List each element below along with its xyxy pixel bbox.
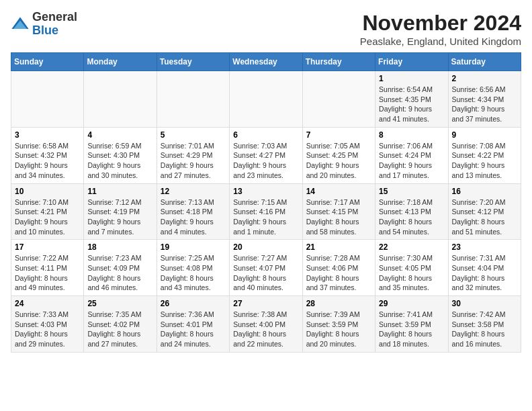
day-info: Sunrise: 7:23 AM Sunset: 4:09 PM Dayligh… (87, 253, 152, 293)
day-number: 28 (306, 299, 371, 308)
calendar-cell: 7Sunrise: 7:05 AM Sunset: 4:25 PM Daylig… (302, 127, 375, 183)
day-info: Sunrise: 7:27 AM Sunset: 4:07 PM Dayligh… (233, 253, 298, 293)
calendar-cell: 6Sunrise: 7:03 AM Sunset: 4:27 PM Daylig… (230, 127, 302, 183)
day-number: 7 (306, 130, 371, 140)
calendar-week-4: 17Sunrise: 7:22 AM Sunset: 4:11 PM Dayli… (11, 240, 521, 296)
day-info: Sunrise: 7:38 AM Sunset: 4:00 PM Dayligh… (233, 310, 298, 349)
calendar-cell: 5Sunrise: 7:01 AM Sunset: 4:29 PM Daylig… (157, 127, 229, 183)
day-info: Sunrise: 7:28 AM Sunset: 4:06 PM Dayligh… (306, 253, 371, 293)
calendar-cell (11, 71, 84, 128)
day-info: Sunrise: 7:25 AM Sunset: 4:08 PM Dayligh… (161, 253, 226, 293)
col-sunday: Sunday (11, 53, 84, 71)
logo-text: General Blue (32, 11, 77, 38)
calendar-cell: 1Sunrise: 6:54 AM Sunset: 4:35 PM Daylig… (375, 71, 448, 128)
calendar-cell: 10Sunrise: 7:10 AM Sunset: 4:21 PM Dayli… (11, 183, 84, 240)
day-number: 21 (306, 242, 371, 252)
day-info: Sunrise: 7:20 AM Sunset: 4:12 PM Dayligh… (452, 197, 517, 237)
day-info: Sunrise: 7:13 AM Sunset: 4:18 PM Dayligh… (161, 197, 226, 237)
col-tuesday: Tuesday (157, 53, 229, 71)
calendar-week-3: 10Sunrise: 7:10 AM Sunset: 4:21 PM Dayli… (11, 183, 521, 240)
day-info: Sunrise: 7:33 AM Sunset: 4:03 PM Dayligh… (15, 310, 80, 349)
day-info: Sunrise: 7:03 AM Sunset: 4:27 PM Dayligh… (233, 141, 298, 181)
calendar-cell: 21Sunrise: 7:28 AM Sunset: 4:06 PM Dayli… (302, 240, 375, 296)
day-info: Sunrise: 7:12 AM Sunset: 4:19 PM Dayligh… (87, 197, 152, 237)
calendar-cell (230, 71, 302, 128)
calendar-cell: 11Sunrise: 7:12 AM Sunset: 4:19 PM Dayli… (84, 183, 157, 240)
day-number: 4 (87, 130, 152, 140)
calendar-week-2: 3Sunrise: 6:58 AM Sunset: 4:32 PM Daylig… (11, 127, 521, 183)
day-info: Sunrise: 7:15 AM Sunset: 4:16 PM Dayligh… (233, 197, 298, 237)
calendar-cell: 17Sunrise: 7:22 AM Sunset: 4:11 PM Dayli… (11, 240, 84, 296)
day-number: 18 (87, 242, 152, 252)
calendar-cell: 8Sunrise: 7:06 AM Sunset: 4:24 PM Daylig… (375, 127, 448, 183)
calendar-cell: 26Sunrise: 7:36 AM Sunset: 4:01 PM Dayli… (157, 296, 229, 353)
calendar-cell: 27Sunrise: 7:38 AM Sunset: 4:00 PM Dayli… (230, 296, 302, 353)
day-info: Sunrise: 7:22 AM Sunset: 4:11 PM Dayligh… (15, 253, 80, 293)
title-block: November 2024 Peaslake, England, United … (360, 11, 521, 47)
day-number: 27 (233, 299, 298, 308)
day-number: 5 (161, 130, 226, 140)
day-number: 9 (452, 130, 517, 140)
col-thursday: Thursday (302, 53, 375, 71)
day-number: 1 (379, 74, 444, 83)
day-number: 17 (15, 242, 80, 252)
day-number: 10 (15, 187, 80, 196)
day-number: 3 (15, 130, 80, 140)
day-number: 6 (233, 130, 298, 140)
day-number: 30 (452, 299, 517, 308)
day-info: Sunrise: 7:35 AM Sunset: 4:02 PM Dayligh… (87, 310, 152, 349)
logo-blue: Blue (32, 24, 58, 37)
day-info: Sunrise: 7:36 AM Sunset: 4:01 PM Dayligh… (161, 310, 226, 349)
day-number: 24 (15, 299, 80, 308)
day-number: 14 (306, 187, 371, 196)
day-info: Sunrise: 7:18 AM Sunset: 4:13 PM Dayligh… (379, 197, 444, 237)
day-number: 8 (379, 130, 444, 140)
calendar-cell: 19Sunrise: 7:25 AM Sunset: 4:08 PM Dayli… (157, 240, 229, 296)
calendar-cell: 3Sunrise: 6:58 AM Sunset: 4:32 PM Daylig… (11, 127, 84, 183)
calendar-cell: 25Sunrise: 7:35 AM Sunset: 4:02 PM Dayli… (84, 296, 157, 353)
page-header: General Blue November 2024 Peaslake, Eng… (11, 11, 521, 47)
day-number: 23 (452, 242, 517, 252)
calendar-cell: 9Sunrise: 7:08 AM Sunset: 4:22 PM Daylig… (448, 127, 521, 183)
month-title: November 2024 (360, 11, 521, 36)
day-info: Sunrise: 7:30 AM Sunset: 4:05 PM Dayligh… (379, 253, 444, 293)
day-number: 12 (161, 187, 226, 196)
day-info: Sunrise: 6:54 AM Sunset: 4:35 PM Dayligh… (379, 85, 444, 124)
calendar-cell: 16Sunrise: 7:20 AM Sunset: 4:12 PM Dayli… (448, 183, 521, 240)
day-number: 29 (379, 299, 444, 308)
calendar-week-1: 1Sunrise: 6:54 AM Sunset: 4:35 PM Daylig… (11, 71, 521, 128)
day-number: 11 (87, 187, 152, 196)
location: Peaslake, England, United Kingdom (360, 36, 521, 47)
day-info: Sunrise: 6:59 AM Sunset: 4:30 PM Dayligh… (87, 141, 152, 181)
header-row: Sunday Monday Tuesday Wednesday Thursday… (11, 53, 521, 71)
calendar-body: 1Sunrise: 6:54 AM Sunset: 4:35 PM Daylig… (11, 71, 521, 353)
day-number: 2 (452, 74, 517, 83)
calendar-cell: 20Sunrise: 7:27 AM Sunset: 4:07 PM Dayli… (230, 240, 302, 296)
day-info: Sunrise: 7:39 AM Sunset: 3:59 PM Dayligh… (306, 310, 371, 349)
day-number: 13 (233, 187, 298, 196)
calendar-cell: 15Sunrise: 7:18 AM Sunset: 4:13 PM Dayli… (375, 183, 448, 240)
day-info: Sunrise: 6:56 AM Sunset: 4:34 PM Dayligh… (452, 85, 517, 124)
calendar-cell: 23Sunrise: 7:31 AM Sunset: 4:04 PM Dayli… (448, 240, 521, 296)
calendar-week-5: 24Sunrise: 7:33 AM Sunset: 4:03 PM Dayli… (11, 296, 521, 353)
day-info: Sunrise: 7:42 AM Sunset: 3:58 PM Dayligh… (452, 310, 517, 349)
day-info: Sunrise: 7:17 AM Sunset: 4:15 PM Dayligh… (306, 197, 371, 237)
logo-general: General (32, 10, 77, 24)
calendar-cell: 4Sunrise: 6:59 AM Sunset: 4:30 PM Daylig… (84, 127, 157, 183)
calendar-cell (157, 71, 229, 128)
col-monday: Monday (84, 53, 157, 71)
calendar-cell: 30Sunrise: 7:42 AM Sunset: 3:58 PM Dayli… (448, 296, 521, 353)
col-friday: Friday (375, 53, 448, 71)
day-number: 15 (379, 187, 444, 196)
calendar-cell: 28Sunrise: 7:39 AM Sunset: 3:59 PM Dayli… (302, 296, 375, 353)
calendar-cell: 22Sunrise: 7:30 AM Sunset: 4:05 PM Dayli… (375, 240, 448, 296)
calendar-cell: 14Sunrise: 7:17 AM Sunset: 4:15 PM Dayli… (302, 183, 375, 240)
col-wednesday: Wednesday (230, 53, 302, 71)
calendar-table: Sunday Monday Tuesday Wednesday Thursday… (11, 52, 521, 353)
day-info: Sunrise: 7:05 AM Sunset: 4:25 PM Dayligh… (306, 141, 371, 181)
day-info: Sunrise: 7:10 AM Sunset: 4:21 PM Dayligh… (15, 197, 80, 237)
calendar-cell (302, 71, 375, 128)
day-info: Sunrise: 6:58 AM Sunset: 4:32 PM Dayligh… (15, 141, 80, 181)
day-number: 19 (161, 242, 226, 252)
logo: General Blue (11, 11, 77, 38)
